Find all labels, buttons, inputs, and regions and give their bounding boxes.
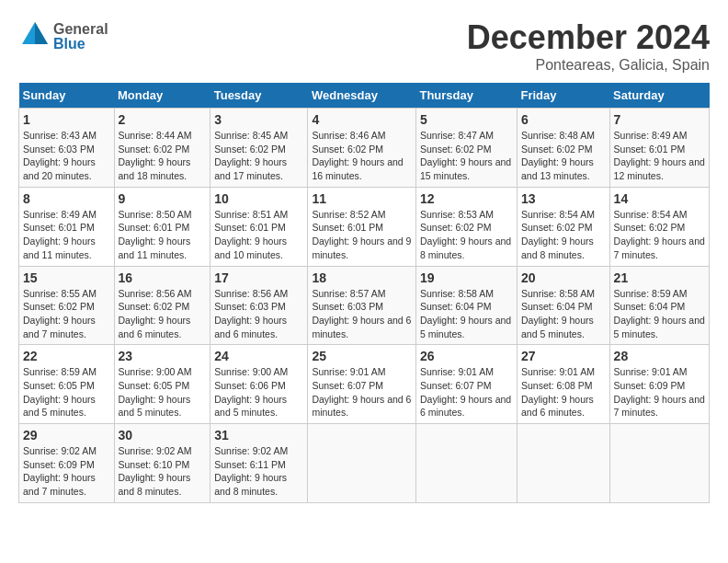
calendar-week-row: 29Sunrise: 9:02 AM Sunset: 6:09 PM Dayli…	[19, 424, 710, 503]
calendar-cell: 31Sunrise: 9:02 AM Sunset: 6:11 PM Dayli…	[210, 424, 308, 503]
day-info: Sunrise: 8:59 AM Sunset: 6:05 PM Dayligh…	[23, 365, 110, 419]
column-header-sunday: Sunday	[19, 83, 115, 109]
day-info: Sunrise: 8:53 AM Sunset: 6:02 PM Dayligh…	[420, 208, 513, 262]
day-info: Sunrise: 9:01 AM Sunset: 6:08 PM Dayligh…	[521, 365, 606, 419]
day-number: 11	[312, 191, 412, 206]
calendar-cell: 9Sunrise: 8:50 AM Sunset: 6:01 PM Daylig…	[114, 187, 210, 266]
day-number: 29	[23, 428, 110, 442]
day-info: Sunrise: 9:00 AM Sunset: 6:06 PM Dayligh…	[214, 365, 303, 419]
day-number: 23	[119, 349, 207, 363]
day-number: 19	[420, 270, 513, 285]
day-number: 22	[23, 349, 110, 363]
day-number: 31	[214, 428, 303, 442]
day-number: 9	[119, 191, 207, 206]
calendar-cell: 17Sunrise: 8:56 AM Sunset: 6:03 PM Dayli…	[210, 266, 308, 345]
column-header-monday: Monday	[114, 83, 210, 109]
column-header-tuesday: Tuesday	[210, 83, 308, 109]
calendar-cell: 21Sunrise: 8:59 AM Sunset: 6:04 PM Dayli…	[609, 266, 709, 345]
calendar-cell: 27Sunrise: 9:01 AM Sunset: 6:08 PM Dayli…	[517, 345, 609, 424]
day-info: Sunrise: 9:02 AM Sunset: 6:09 PM Dayligh…	[23, 444, 110, 499]
calendar-cell: 2Sunrise: 8:44 AM Sunset: 6:02 PM Daylig…	[114, 109, 210, 188]
logo: General Blue	[18, 18, 108, 55]
calendar-cell: 5Sunrise: 8:47 AM Sunset: 6:02 PM Daylig…	[415, 109, 517, 188]
calendar-cell	[609, 424, 709, 503]
column-header-saturday: Saturday	[609, 83, 709, 109]
calendar-cell: 19Sunrise: 8:58 AM Sunset: 6:04 PM Dayli…	[415, 266, 517, 345]
day-number: 27	[521, 349, 606, 363]
calendar-week-row: 22Sunrise: 8:59 AM Sunset: 6:05 PM Dayli…	[19, 345, 710, 424]
day-number: 16	[119, 270, 207, 285]
calendar-week-row: 8Sunrise: 8:49 AM Sunset: 6:01 PM Daylig…	[19, 187, 710, 266]
day-info: Sunrise: 8:45 AM Sunset: 6:02 PM Dayligh…	[214, 129, 303, 183]
title-area: December 2024 Ponteareas, Galicia, Spain	[467, 18, 710, 74]
logo-general: General	[53, 22, 108, 37]
column-header-wednesday: Wednesday	[308, 83, 416, 109]
day-info: Sunrise: 8:44 AM Sunset: 6:02 PM Dayligh…	[119, 129, 207, 183]
day-info: Sunrise: 8:52 AM Sunset: 6:01 PM Dayligh…	[312, 208, 412, 262]
day-number: 10	[214, 191, 303, 206]
logo-icon	[18, 18, 51, 52]
day-number: 21	[614, 270, 705, 285]
day-number: 13	[521, 191, 606, 206]
day-number: 17	[214, 270, 303, 285]
day-number: 2	[119, 112, 207, 127]
calendar-cell: 18Sunrise: 8:57 AM Sunset: 6:03 PM Dayli…	[308, 266, 416, 345]
day-info: Sunrise: 8:54 AM Sunset: 6:02 PM Dayligh…	[614, 208, 705, 262]
calendar-cell: 15Sunrise: 8:55 AM Sunset: 6:02 PM Dayli…	[19, 266, 115, 345]
day-number: 8	[23, 191, 110, 206]
day-number: 14	[614, 191, 705, 206]
day-info: Sunrise: 8:55 AM Sunset: 6:02 PM Dayligh…	[23, 287, 110, 341]
calendar-cell: 20Sunrise: 8:58 AM Sunset: 6:04 PM Dayli…	[517, 266, 609, 345]
day-info: Sunrise: 9:02 AM Sunset: 6:11 PM Dayligh…	[214, 444, 303, 499]
day-info: Sunrise: 8:48 AM Sunset: 6:02 PM Dayligh…	[521, 129, 606, 183]
calendar-cell: 23Sunrise: 9:00 AM Sunset: 6:05 PM Dayli…	[114, 345, 210, 424]
column-header-thursday: Thursday	[415, 83, 517, 109]
day-number: 24	[214, 349, 303, 363]
day-info: Sunrise: 8:58 AM Sunset: 6:04 PM Dayligh…	[420, 287, 513, 341]
day-info: Sunrise: 9:01 AM Sunset: 6:07 PM Dayligh…	[420, 365, 513, 419]
day-info: Sunrise: 9:01 AM Sunset: 6:09 PM Dayligh…	[614, 365, 705, 419]
calendar-cell: 12Sunrise: 8:53 AM Sunset: 6:02 PM Dayli…	[415, 187, 517, 266]
calendar-cell: 7Sunrise: 8:49 AM Sunset: 6:01 PM Daylig…	[609, 109, 709, 188]
logo-text: General Blue	[53, 22, 108, 52]
calendar-cell: 1Sunrise: 8:43 AM Sunset: 6:03 PM Daylig…	[19, 109, 115, 188]
day-number: 15	[23, 270, 110, 285]
calendar-table: SundayMondayTuesdayWednesdayThursdayFrid…	[18, 83, 710, 503]
page-header: General Blue December 2024 Ponteareas, G…	[18, 18, 710, 74]
day-number: 1	[23, 112, 110, 127]
day-info: Sunrise: 8:49 AM Sunset: 6:01 PM Dayligh…	[614, 129, 705, 183]
calendar-cell: 24Sunrise: 9:00 AM Sunset: 6:06 PM Dayli…	[210, 345, 308, 424]
day-number: 4	[312, 112, 412, 127]
calendar-cell: 14Sunrise: 8:54 AM Sunset: 6:02 PM Dayli…	[609, 187, 709, 266]
day-info: Sunrise: 8:47 AM Sunset: 6:02 PM Dayligh…	[420, 129, 513, 183]
calendar-cell	[308, 424, 416, 503]
calendar-cell: 28Sunrise: 9:01 AM Sunset: 6:09 PM Dayli…	[609, 345, 709, 424]
calendar-cell: 22Sunrise: 8:59 AM Sunset: 6:05 PM Dayli…	[19, 345, 115, 424]
day-number: 26	[420, 349, 513, 363]
day-info: Sunrise: 8:57 AM Sunset: 6:03 PM Dayligh…	[312, 287, 412, 341]
calendar-cell: 29Sunrise: 9:02 AM Sunset: 6:09 PM Dayli…	[19, 424, 115, 503]
day-info: Sunrise: 8:49 AM Sunset: 6:01 PM Dayligh…	[23, 208, 110, 262]
day-info: Sunrise: 8:54 AM Sunset: 6:02 PM Dayligh…	[521, 208, 606, 262]
day-info: Sunrise: 8:43 AM Sunset: 6:03 PM Dayligh…	[23, 129, 110, 183]
calendar-header-row: SundayMondayTuesdayWednesdayThursdayFrid…	[19, 83, 710, 109]
page-title: December 2024	[467, 18, 710, 57]
logo-blue: Blue	[53, 37, 108, 52]
day-info: Sunrise: 8:46 AM Sunset: 6:02 PM Dayligh…	[312, 129, 412, 183]
calendar-cell: 4Sunrise: 8:46 AM Sunset: 6:02 PM Daylig…	[308, 109, 416, 188]
calendar-cell: 25Sunrise: 9:01 AM Sunset: 6:07 PM Dayli…	[308, 345, 416, 424]
calendar-cell: 10Sunrise: 8:51 AM Sunset: 6:01 PM Dayli…	[210, 187, 308, 266]
calendar-cell	[415, 424, 517, 503]
calendar-cell: 16Sunrise: 8:56 AM Sunset: 6:02 PM Dayli…	[114, 266, 210, 345]
day-number: 12	[420, 191, 513, 206]
column-header-friday: Friday	[517, 83, 609, 109]
day-number: 7	[614, 112, 705, 127]
calendar-cell: 30Sunrise: 9:02 AM Sunset: 6:10 PM Dayli…	[114, 424, 210, 503]
calendar-cell: 8Sunrise: 8:49 AM Sunset: 6:01 PM Daylig…	[19, 187, 115, 266]
day-number: 6	[521, 112, 606, 127]
day-number: 3	[214, 112, 303, 127]
day-number: 25	[312, 349, 412, 363]
day-number: 18	[312, 270, 412, 285]
calendar-cell: 11Sunrise: 8:52 AM Sunset: 6:01 PM Dayli…	[308, 187, 416, 266]
calendar-week-row: 1Sunrise: 8:43 AM Sunset: 6:03 PM Daylig…	[19, 109, 710, 188]
